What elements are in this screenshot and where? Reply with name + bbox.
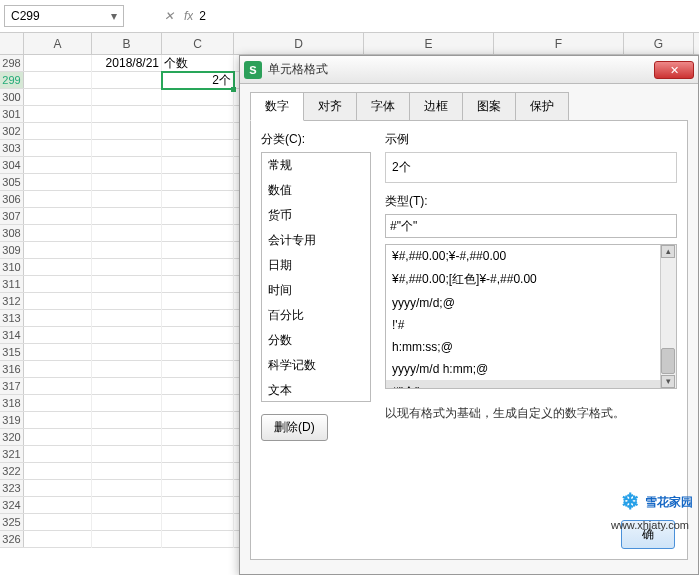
cell[interactable] [162, 327, 234, 344]
format-item[interactable]: ¥#,##0.00;¥-#,##0.00 [386, 245, 676, 267]
row-header[interactable]: 300 [0, 89, 24, 105]
category-item[interactable]: 时间 [262, 278, 370, 303]
cell[interactable] [24, 225, 92, 242]
format-item[interactable]: ¥#,##0.00;[红色]¥-#,##0.00 [386, 267, 676, 292]
delete-button[interactable]: 删除(D) [261, 414, 328, 441]
cell[interactable] [92, 293, 162, 310]
row-header[interactable]: 320 [0, 429, 24, 445]
cell[interactable] [162, 276, 234, 293]
cell[interactable] [162, 514, 234, 531]
row-header[interactable]: 324 [0, 497, 24, 513]
row-header[interactable]: 317 [0, 378, 24, 394]
cell[interactable] [92, 276, 162, 293]
cell[interactable] [162, 446, 234, 463]
row-header[interactable]: 322 [0, 463, 24, 479]
row-header[interactable]: 303 [0, 140, 24, 156]
cell[interactable] [92, 89, 162, 106]
scrollbar[interactable]: ▴ ▾ [660, 245, 676, 388]
col-header-G[interactable]: G [624, 33, 694, 54]
cell[interactable] [92, 259, 162, 276]
cell[interactable] [162, 157, 234, 174]
fx-icon[interactable]: fx [184, 9, 193, 23]
cell[interactable] [162, 259, 234, 276]
tab-对齐[interactable]: 对齐 [303, 92, 357, 120]
scroll-thumb[interactable] [661, 348, 675, 374]
cell[interactable] [162, 310, 234, 327]
cell[interactable] [162, 429, 234, 446]
cell[interactable] [92, 378, 162, 395]
cell[interactable] [24, 429, 92, 446]
format-item[interactable]: !'# [386, 314, 676, 336]
cell[interactable] [92, 531, 162, 548]
cell[interactable] [24, 191, 92, 208]
cell[interactable] [24, 89, 92, 106]
cell[interactable] [162, 395, 234, 412]
cell[interactable] [92, 497, 162, 514]
cell[interactable] [24, 140, 92, 157]
cell[interactable]: 2018/8/21 [92, 55, 162, 72]
row-header[interactable]: 308 [0, 225, 24, 241]
cell[interactable] [92, 157, 162, 174]
cell[interactable] [162, 140, 234, 157]
cell[interactable] [92, 429, 162, 446]
format-item[interactable]: #"个" [386, 380, 676, 389]
cell[interactable]: 个数 [162, 55, 234, 72]
row-header[interactable]: 314 [0, 327, 24, 343]
cancel-icon[interactable]: ✕ [164, 9, 174, 23]
cell[interactable] [24, 446, 92, 463]
row-header[interactable]: 325 [0, 514, 24, 530]
cell[interactable] [92, 480, 162, 497]
cell[interactable] [92, 327, 162, 344]
cell[interactable] [162, 191, 234, 208]
cell[interactable] [24, 293, 92, 310]
row-header[interactable]: 307 [0, 208, 24, 224]
cell[interactable] [162, 242, 234, 259]
cell[interactable] [24, 55, 92, 72]
cell[interactable] [162, 463, 234, 480]
tab-数字[interactable]: 数字 [250, 92, 304, 121]
tab-图案[interactable]: 图案 [462, 92, 516, 120]
category-list[interactable]: 常规数值货币会计专用日期时间百分比分数科学记数文本特殊自定义 [261, 152, 371, 402]
col-header-D[interactable]: D [234, 33, 364, 54]
category-item[interactable]: 百分比 [262, 303, 370, 328]
row-header[interactable]: 299 [0, 72, 24, 88]
cell[interactable] [24, 514, 92, 531]
row-header[interactable]: 313 [0, 310, 24, 326]
row-header[interactable]: 311 [0, 276, 24, 292]
col-header-C[interactable]: C [162, 33, 234, 54]
cell[interactable] [24, 395, 92, 412]
cell[interactable] [24, 361, 92, 378]
cell[interactable] [24, 242, 92, 259]
cell[interactable] [24, 378, 92, 395]
type-input[interactable] [385, 214, 677, 238]
formula-input[interactable] [193, 5, 695, 27]
row-header[interactable]: 309 [0, 242, 24, 258]
name-box-dropdown-icon[interactable]: ▾ [107, 8, 121, 24]
cell[interactable] [92, 514, 162, 531]
col-header-F[interactable]: F [494, 33, 624, 54]
cell[interactable] [92, 106, 162, 123]
cell[interactable] [24, 344, 92, 361]
scroll-up-icon[interactable]: ▴ [661, 245, 675, 258]
row-header[interactable]: 319 [0, 412, 24, 428]
category-item[interactable]: 数值 [262, 178, 370, 203]
row-header[interactable]: 316 [0, 361, 24, 377]
format-item[interactable]: h:mm:ss;@ [386, 336, 676, 358]
dialog-close-button[interactable]: ✕ [654, 61, 694, 79]
cell[interactable] [24, 310, 92, 327]
tab-边框[interactable]: 边框 [409, 92, 463, 120]
category-item[interactable]: 常规 [262, 153, 370, 178]
cell[interactable] [92, 344, 162, 361]
tab-保护[interactable]: 保护 [515, 92, 569, 120]
cell[interactable] [24, 106, 92, 123]
cell[interactable] [24, 123, 92, 140]
cell[interactable] [92, 174, 162, 191]
cell[interactable] [162, 174, 234, 191]
name-box[interactable]: C299 ▾ [4, 5, 124, 27]
cell[interactable] [162, 378, 234, 395]
cell[interactable] [24, 463, 92, 480]
cell[interactable] [24, 480, 92, 497]
cell[interactable] [24, 259, 92, 276]
cell[interactable] [162, 89, 234, 106]
category-item[interactable]: 会计专用 [262, 228, 370, 253]
